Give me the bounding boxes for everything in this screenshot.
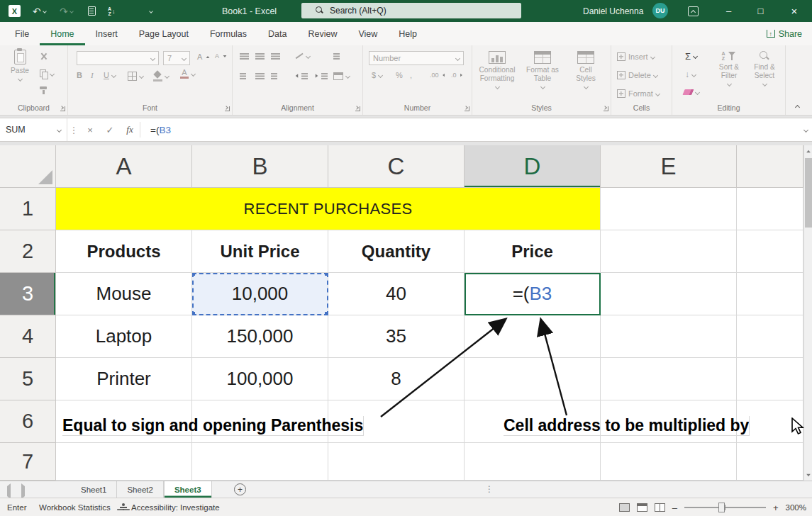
row-header-2[interactable]: 2 xyxy=(0,230,56,273)
paste-button[interactable]: Paste xyxy=(6,50,34,81)
row-header-3[interactable]: 3 xyxy=(0,273,56,315)
avatar[interactable]: DU xyxy=(652,3,668,18)
tab-data[interactable]: Data xyxy=(257,22,297,45)
accounting-format-button[interactable]: $ xyxy=(372,71,382,79)
sheet-nav-right-button[interactable] xyxy=(21,486,25,496)
tab-formulas[interactable]: Formulas xyxy=(199,22,257,45)
accessibility-status[interactable]: Accessibility: Investigate xyxy=(119,498,220,516)
cell-c4[interactable]: 35 xyxy=(328,315,465,358)
scroll-down-button[interactable] xyxy=(804,469,812,481)
column-header-c[interactable]: C xyxy=(328,145,465,188)
cell-e4[interactable] xyxy=(601,315,737,358)
wrap-text-button[interactable] xyxy=(333,52,343,60)
maximize-button[interactable]: □ xyxy=(745,0,777,22)
copy-button[interactable] xyxy=(40,69,54,78)
vertical-scrollbar-thumb[interactable] xyxy=(805,158,812,228)
sort-ascending-button[interactable]: AZ ↓ xyxy=(108,0,116,22)
quick-print-button[interactable] xyxy=(88,0,96,22)
column-header-d[interactable]: D xyxy=(465,145,601,188)
zoom-slider-thumb[interactable] xyxy=(718,503,725,512)
conditional-formatting-button[interactable]: Conditional Formatting xyxy=(475,51,519,89)
format-painter-button[interactable] xyxy=(40,86,48,95)
tab-help[interactable]: Help xyxy=(388,22,428,45)
number-dialog-launcher[interactable] xyxy=(465,106,469,111)
fill-color-button[interactable] xyxy=(153,72,169,81)
workbook-statistics-button[interactable]: Workbook Statistics xyxy=(39,498,111,516)
share-button[interactable]: ↑ Share xyxy=(767,22,802,45)
bottom-align-button[interactable] xyxy=(271,52,280,60)
cell-b5[interactable]: 100,000 xyxy=(192,358,328,400)
row-header-7[interactable]: 7 xyxy=(0,443,56,481)
fill-button[interactable]: ↓ xyxy=(685,69,696,79)
underline-button[interactable]: U xyxy=(104,71,116,79)
name-box[interactable]: SUM xyxy=(0,118,67,141)
cell-b7[interactable] xyxy=(192,443,328,481)
minimize-button[interactable]: – xyxy=(713,0,745,22)
autosum-button[interactable]: Σ xyxy=(685,51,697,62)
clear-button[interactable] xyxy=(684,89,699,95)
select-all-button[interactable] xyxy=(0,145,56,188)
tab-review[interactable]: Review xyxy=(297,22,347,45)
collapse-ribbon-button[interactable] xyxy=(795,105,800,110)
page-layout-view-button[interactable] xyxy=(637,503,647,512)
font-color-button[interactable]: A xyxy=(180,69,195,79)
tab-file[interactable]: File xyxy=(4,22,40,45)
cut-button[interactable] xyxy=(40,52,48,60)
styles-dialog-launcher[interactable] xyxy=(604,106,608,111)
formula-bar-grip[interactable]: ⋮ xyxy=(67,118,80,141)
orientation-button[interactable] xyxy=(295,52,310,60)
expand-formula-bar-button[interactable] xyxy=(803,128,808,133)
cell-a7[interactable] xyxy=(56,443,192,481)
zoom-in-button[interactable]: + xyxy=(773,503,779,513)
cell-d2[interactable]: Price xyxy=(465,230,601,273)
close-button[interactable]: × xyxy=(777,0,812,22)
scroll-up-button[interactable] xyxy=(804,145,812,157)
column-header-f-partial[interactable] xyxy=(737,145,803,188)
user-name[interactable]: Daniel Uchenna xyxy=(583,0,643,22)
borders-button[interactable] xyxy=(128,72,143,81)
decrease-indent-button[interactable] xyxy=(295,72,311,79)
column-header-b[interactable]: B xyxy=(192,145,328,188)
sheet-tab-sheet1[interactable]: Sheet1 xyxy=(71,481,117,498)
bold-button[interactable]: B xyxy=(77,71,82,79)
cell-e5[interactable] xyxy=(601,358,737,400)
sort-filter-button[interactable]: AZ Sort & Filter xyxy=(712,51,746,86)
cell-a1-merged-title[interactable]: RECENT PURCHASES xyxy=(56,188,601,230)
sheet-tab-sheet3[interactable]: Sheet3 xyxy=(164,481,212,498)
decrease-decimal-button[interactable]: .0 xyxy=(451,72,463,79)
italic-button[interactable]: I xyxy=(91,71,94,79)
cell-e7[interactable] xyxy=(601,443,737,481)
cell-a3[interactable]: Mouse xyxy=(56,273,192,315)
enter-button[interactable]: ✓ xyxy=(100,118,120,141)
column-header-a[interactable]: A xyxy=(56,145,192,188)
font-size-select[interactable]: 7 xyxy=(163,51,190,65)
find-select-button[interactable]: Find & Select xyxy=(747,51,782,86)
percent-style-button[interactable]: % xyxy=(396,71,403,79)
new-sheet-button[interactable]: + xyxy=(234,483,246,495)
redo-button[interactable]: ↷ xyxy=(60,0,73,22)
tab-insert[interactable]: Insert xyxy=(85,22,128,45)
cell-f2[interactable] xyxy=(737,230,803,273)
normal-view-button[interactable] xyxy=(619,503,630,512)
cell-e2[interactable] xyxy=(601,230,737,273)
zoom-out-button[interactable]: – xyxy=(672,503,677,513)
search-input[interactable]: Search (Alt+Q) xyxy=(301,3,521,18)
font-name-select[interactable] xyxy=(77,51,159,65)
cell-d3-editing[interactable]: =(B3 xyxy=(465,273,601,315)
formula-input[interactable]: =(B3 xyxy=(150,125,171,135)
increase-font-size-button[interactable]: A xyxy=(197,52,211,61)
font-dialog-launcher[interactable] xyxy=(225,106,230,111)
cell-c2[interactable]: Quantity xyxy=(328,230,465,273)
customize-quick-access-button[interactable] xyxy=(148,0,152,22)
clipboard-dialog-launcher[interactable] xyxy=(60,106,65,111)
cell-d4[interactable] xyxy=(465,315,601,358)
sheet-tab-sheet2[interactable]: Sheet2 xyxy=(117,481,163,498)
cell-e1[interactable] xyxy=(601,188,737,230)
cell-c3[interactable]: 40 xyxy=(328,273,465,315)
middle-align-button[interactable] xyxy=(255,52,265,60)
merge-center-button[interactable] xyxy=(333,72,350,80)
cell-e3[interactable] xyxy=(601,273,737,315)
align-right-button[interactable] xyxy=(271,72,280,79)
cell-c5[interactable]: 8 xyxy=(328,358,465,400)
zoom-level[interactable]: 300% xyxy=(786,503,806,512)
